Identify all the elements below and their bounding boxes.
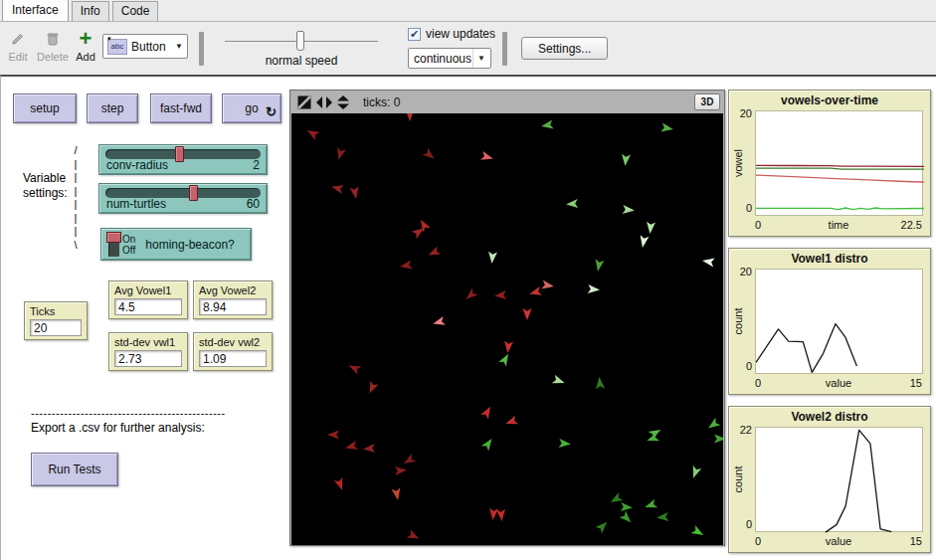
turtle bbox=[528, 286, 542, 298]
turtle bbox=[365, 381, 378, 396]
y-axis-min-tick: 0 bbox=[729, 202, 752, 214]
x-axis-max-tick: 15 bbox=[910, 535, 922, 547]
update-mode-dropdown[interactable]: continuous ▼ bbox=[408, 48, 491, 69]
edit-button[interactable]: Edit bbox=[2, 29, 34, 63]
setup-button[interactable]: setup bbox=[13, 93, 77, 123]
turtle bbox=[395, 466, 408, 475]
x-axis-label: value bbox=[826, 535, 851, 547]
brace-note: / | | | | | | \ bbox=[69, 144, 83, 252]
turtle bbox=[406, 113, 415, 121]
turtle bbox=[402, 454, 417, 467]
turtle bbox=[498, 352, 512, 367]
world-canvas[interactable] bbox=[291, 113, 723, 545]
variable-settings-note: Variable settings: bbox=[23, 171, 68, 201]
turtle bbox=[327, 431, 339, 440]
view-updates-group: ✔ view updates continuous ▼ bbox=[408, 25, 517, 69]
add-button[interactable]: + Add bbox=[72, 29, 99, 63]
ticks-monitor: Ticks 20 bbox=[24, 301, 88, 340]
settings-button[interactable]: Settings... bbox=[521, 37, 608, 60]
homing-beacon-switch[interactable]: On Off homing-beacon? bbox=[100, 228, 252, 261]
plot-title: Vowel2 distro bbox=[729, 410, 930, 424]
turtle bbox=[594, 259, 605, 272]
tab-interface[interactable]: Interface bbox=[2, 0, 69, 21]
view-updates-label: view updates bbox=[426, 27, 495, 41]
turtle bbox=[621, 502, 634, 512]
turtle bbox=[646, 222, 655, 235]
abc-button-icon: ▾ abc bbox=[107, 39, 127, 55]
turtle bbox=[639, 235, 650, 248]
3d-button[interactable]: 3D bbox=[694, 93, 720, 110]
y-axis-label: count bbox=[732, 308, 744, 335]
tab-code[interactable]: Code bbox=[112, 1, 159, 21]
y-axis-label: vowel bbox=[732, 149, 744, 177]
turtle bbox=[464, 288, 478, 303]
fast-fwd-button[interactable]: fast-fwd bbox=[150, 93, 212, 123]
x-axis-label: value bbox=[826, 377, 851, 389]
switch-toggle[interactable] bbox=[108, 233, 119, 257]
turtle bbox=[488, 508, 498, 521]
turtle bbox=[423, 148, 438, 163]
speed-slider-handle[interactable] bbox=[296, 31, 304, 51]
chevron-down-icon: ▼ bbox=[175, 42, 183, 51]
forever-icon: ↻ bbox=[266, 104, 277, 119]
slider-value: 2 bbox=[253, 158, 260, 172]
widget-type-dropdown[interactable]: ▾ abc Button ▼ bbox=[102, 34, 188, 59]
y-axis-label: count bbox=[732, 467, 744, 493]
plot-title: Vowel1 distro bbox=[729, 252, 930, 266]
turtle bbox=[350, 186, 361, 199]
switch-on-label: On bbox=[122, 234, 135, 245]
resize-horizontal-icon[interactable] bbox=[316, 96, 332, 108]
turtle bbox=[620, 511, 635, 526]
view-updates-checkbox[interactable]: ✔ bbox=[408, 28, 421, 41]
widget-type-selected: Button bbox=[131, 40, 175, 54]
divider-note: ----------------------------------------… bbox=[31, 407, 226, 419]
tab-info[interactable]: Info bbox=[72, 1, 109, 21]
turtle bbox=[714, 435, 723, 444]
turtle bbox=[609, 492, 624, 506]
x-axis-min-tick: 0 bbox=[755, 377, 761, 389]
turtle bbox=[334, 147, 346, 161]
speed-slider-label: normal speed bbox=[221, 54, 382, 68]
num-turtles-slider[interactable]: num-turtles 60 bbox=[98, 183, 268, 214]
turtle bbox=[588, 284, 601, 294]
delete-button[interactable]: Delete bbox=[34, 29, 72, 63]
turtle bbox=[496, 509, 506, 522]
turtle bbox=[407, 529, 422, 542]
x-axis-min-tick: 0 bbox=[755, 535, 761, 547]
std-dev-vwl2-monitor: std-dev vwl2 1.09 bbox=[193, 332, 273, 371]
vowels-over-time-plot: vowels-over-time 20 vowel 0 0 time 22.5 bbox=[728, 90, 931, 237]
turtle bbox=[691, 525, 706, 539]
check-icon: ✔ bbox=[410, 29, 419, 39]
turtle bbox=[660, 123, 673, 134]
switch-knob[interactable] bbox=[106, 232, 121, 243]
toolbar-separator bbox=[502, 32, 507, 66]
slider-label: num-turtles bbox=[106, 197, 166, 211]
world-view-header: ticks: 0 3D bbox=[290, 91, 724, 113]
go-button[interactable]: go ↻ bbox=[222, 93, 281, 123]
chevron-down-icon: ▼ bbox=[472, 49, 490, 68]
conv-radius-slider[interactable]: conv-radius 2 bbox=[98, 144, 268, 175]
y-axis-max-tick: 22 bbox=[729, 424, 752, 436]
turtle bbox=[706, 418, 721, 432]
turtle bbox=[540, 120, 553, 131]
std-dev-vwl1-monitor: std-dev vwl1 2.73 bbox=[108, 332, 188, 371]
trash-icon bbox=[34, 29, 72, 49]
switch-off-label: Off bbox=[122, 245, 135, 256]
corner-arrow-icon: ▾ bbox=[107, 35, 111, 43]
speed-slider: normal speed bbox=[221, 27, 382, 71]
x-axis-max-tick: 15 bbox=[910, 377, 922, 389]
resize-vertical-icon[interactable] bbox=[337, 95, 349, 109]
turtle bbox=[595, 377, 605, 390]
plus-icon: + bbox=[72, 29, 99, 49]
run-tests-button[interactable]: Run Tests bbox=[31, 453, 118, 486]
x-axis-label: time bbox=[829, 219, 849, 231]
resize-diagonal-icon[interactable] bbox=[297, 95, 311, 109]
world-view: ticks: 0 3D bbox=[289, 90, 725, 546]
turtle bbox=[330, 182, 344, 194]
turtle bbox=[480, 151, 494, 163]
vowel2-distro-plot: Vowel2 distro 22 count 0 0 value 15 bbox=[728, 406, 931, 553]
step-button[interactable]: step bbox=[87, 93, 138, 123]
slider-value: 60 bbox=[247, 197, 260, 211]
y-axis-min-tick: 0 bbox=[729, 360, 752, 372]
turtle bbox=[344, 441, 358, 453]
